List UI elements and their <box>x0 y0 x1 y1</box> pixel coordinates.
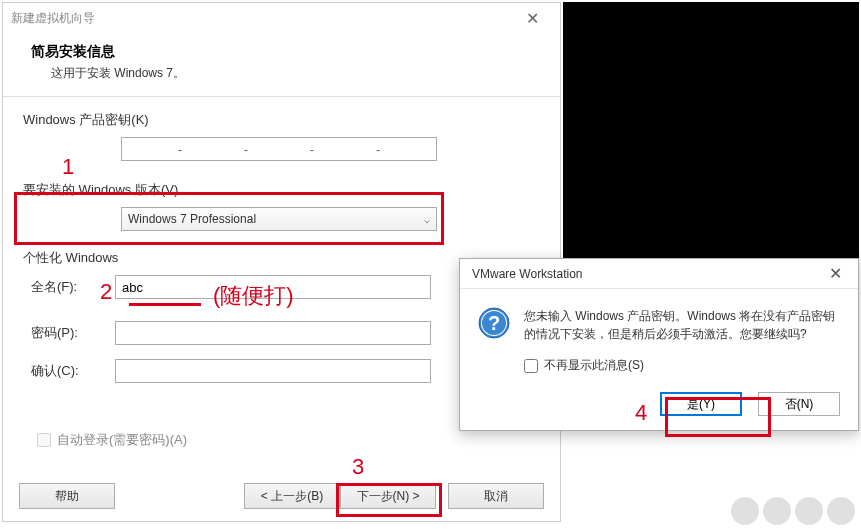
confirm-input[interactable] <box>115 359 431 383</box>
version-label: 要安装的 Windows 版本(V) <box>23 181 540 199</box>
auto-login-label: 自动登录(需要密码)(A) <box>57 431 187 449</box>
suppress-label: 不再显示此消息(S) <box>544 357 644 374</box>
confirm-dialog: VMware Workstation ✕ ? 您未输入 Windows 产品密钥… <box>459 258 859 431</box>
chevron-down-icon: ⌵ <box>424 214 430 225</box>
wizard-header: 简易安装信息 这用于安装 Windows 7。 <box>3 33 560 97</box>
dialog-titlebar: VMware Workstation ✕ <box>460 259 858 289</box>
yes-button[interactable]: 是(Y) <box>660 392 742 416</box>
auto-login-row: 自动登录(需要密码)(A) <box>23 431 540 449</box>
dialog-text: 您未输入 Windows 产品密钥。Windows 将在没有产品密钥的情况下安装… <box>524 307 842 343</box>
dialog-body: ? 您未输入 Windows 产品密钥。Windows 将在没有产品密钥的情况下… <box>460 289 858 353</box>
fullname-input[interactable] <box>115 275 431 299</box>
help-button[interactable]: 帮助 <box>19 483 115 509</box>
fullname-label: 全名(F): <box>23 278 115 296</box>
wizard-header-title: 简易安装信息 <box>31 43 540 61</box>
dialog-title: VMware Workstation <box>472 267 582 281</box>
watermark <box>731 497 855 525</box>
product-key-label: Windows 产品密钥(K) <box>23 111 540 129</box>
password-input[interactable] <box>115 321 431 345</box>
cancel-button[interactable]: 取消 <box>448 483 544 509</box>
dialog-footer: 是(Y) 否(N) <box>460 382 858 430</box>
back-button[interactable]: < 上一步(B) <box>244 483 340 509</box>
close-icon[interactable]: ✕ <box>821 264 850 283</box>
suppress-row: 不再显示此消息(S) <box>460 353 858 382</box>
suppress-checkbox[interactable] <box>524 359 538 373</box>
wizard-footer: 帮助 < 上一步(B) 下一步(N) > 取消 <box>3 475 560 521</box>
no-button[interactable]: 否(N) <box>758 392 840 416</box>
wizard-titlebar: 新建虚拟机向导 ✕ <box>3 3 560 33</box>
background-preview-panel <box>563 2 859 267</box>
wizard-header-subtitle: 这用于安装 Windows 7。 <box>51 65 540 82</box>
confirm-label: 确认(C): <box>23 362 115 380</box>
svg-text:?: ? <box>488 312 500 334</box>
wizard-title: 新建虚拟机向导 <box>11 10 95 27</box>
question-icon: ? <box>478 307 510 339</box>
version-value: Windows 7 Professional <box>128 212 256 226</box>
close-icon[interactable]: ✕ <box>512 9 552 28</box>
next-button[interactable]: 下一步(N) > <box>340 483 436 509</box>
product-key-input[interactable]: - - - - <box>121 137 437 161</box>
auto-login-checkbox <box>37 433 51 447</box>
password-label: 密码(P): <box>23 324 115 342</box>
version-select[interactable]: Windows 7 Professional ⌵ <box>121 207 437 231</box>
